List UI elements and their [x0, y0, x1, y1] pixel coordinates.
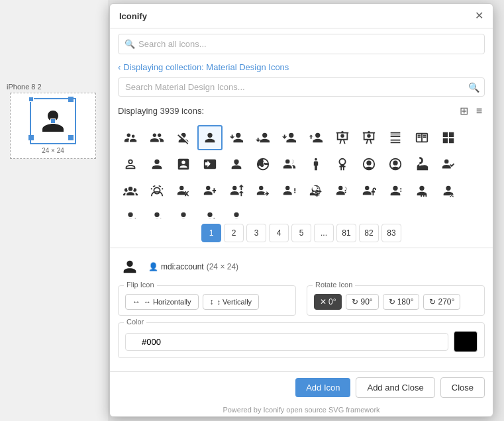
icon-person-indicator: 👤 [148, 262, 158, 271]
flip-v-icon: ↕ [210, 297, 214, 306]
list-item[interactable] [171, 205, 196, 218]
color-swatch[interactable] [454, 331, 478, 352]
flip-label: Flip Icon [124, 281, 157, 289]
list-item[interactable] [383, 178, 408, 203]
list-item[interactable] [250, 125, 276, 150]
list-item[interactable] [144, 178, 170, 203]
icon-size-text: (24 × 24) [207, 262, 238, 271]
flip-vertical-button[interactable]: ↕ ↕ Vertically [203, 294, 260, 310]
rotate-270-button[interactable]: ↻ 270° [423, 294, 460, 310]
list-item[interactable] [197, 152, 223, 177]
list-item[interactable] [330, 178, 355, 203]
list-item[interactable] [224, 152, 249, 177]
list-item[interactable] [144, 205, 170, 218]
list-item[interactable] [224, 205, 249, 218]
flip-horizontal-button[interactable]: ↔ ↔ Horizontally [125, 294, 199, 310]
color-input-row: 💧 [125, 331, 478, 352]
phone-size-label: 24 × 24 [42, 147, 64, 154]
page-2-button[interactable]: 2 [224, 224, 244, 242]
list-item[interactable] [436, 152, 461, 177]
list-item[interactable] [197, 125, 223, 150]
phone-frame: 24 × 24 [10, 93, 96, 159]
page-83-button[interactable]: 83 [381, 224, 401, 242]
list-item[interactable] [356, 152, 381, 177]
color-text-input[interactable] [125, 333, 448, 351]
page-1-button[interactable]: 1 [201, 224, 221, 242]
list-item[interactable] [250, 178, 276, 203]
list-item[interactable] [171, 125, 196, 150]
selected-icon-frame [30, 98, 76, 144]
page-4-button[interactable]: 4 [269, 224, 289, 242]
icons-row [118, 125, 485, 218]
close-icon[interactable]: ✕ [475, 11, 483, 21]
grid-view-button[interactable]: ⊞ [457, 103, 471, 118]
page-81-button[interactable]: 81 [336, 224, 356, 242]
selected-icon-preview [118, 255, 142, 279]
selected-icon-panel: 👤 mdi:account (24 × 24) Flip Icon ↔ ↔ Ho… [110, 248, 493, 371]
list-item[interactable] [330, 125, 355, 150]
list-item[interactable] [171, 178, 196, 203]
iconify-modal: Iconify ✕ 🔍 ‹ Displaying collection: Mat… [109, 3, 493, 417]
selected-icon-name: 👤 mdi:account (24 × 24) [148, 262, 238, 271]
rotate-0-icon: ✕ [320, 297, 327, 306]
list-item[interactable] [144, 125, 170, 150]
page-82-button[interactable]: 82 [359, 224, 379, 242]
list-item[interactable] [197, 205, 223, 218]
collection-nav: ‹ Displaying collection: Material Design… [110, 60, 493, 77]
list-view-button[interactable]: ≡ [474, 103, 485, 118]
rotate-buttons: ✕ 0° ↻ 90° ↻ 180° ↻ 270° [314, 294, 478, 310]
add-and-close-button[interactable]: Add and Close [356, 377, 434, 398]
list-item[interactable] [330, 152, 355, 177]
view-toggles: ⊞ ≡ [457, 103, 485, 118]
list-item[interactable] [356, 125, 381, 150]
list-item[interactable] [197, 178, 223, 203]
global-search-area: 🔍 [110, 28, 493, 60]
list-item[interactable] [436, 125, 461, 150]
list-item[interactable] [383, 152, 408, 177]
list-item[interactable] [383, 125, 408, 150]
close-dialog-button[interactable]: Close [440, 377, 485, 398]
list-item[interactable] [144, 152, 170, 177]
list-item[interactable] [277, 152, 302, 177]
rotate-90-label: 90° [360, 297, 372, 306]
list-item[interactable] [250, 152, 276, 177]
list-item[interactable] [224, 125, 249, 150]
list-item[interactable] [118, 178, 143, 203]
list-item[interactable] [277, 125, 302, 150]
icon-name-text: mdi:account [161, 262, 204, 271]
rotate-180-button[interactable]: ↻ 180° [383, 294, 420, 310]
collection-search-button[interactable]: 🔍 [468, 82, 479, 93]
list-item[interactable] [171, 152, 196, 177]
flip-h-icon: ↔ [132, 297, 140, 306]
color-label: Color [124, 318, 146, 326]
rotate-270-label: 270° [438, 297, 454, 306]
rotate-90-button[interactable]: ↻ 90° [346, 294, 378, 310]
list-item[interactable] [409, 178, 434, 203]
collection-search-input[interactable] [118, 77, 485, 97]
list-item[interactable] [436, 178, 461, 203]
list-item[interactable] [118, 152, 143, 177]
global-search-icon: 🔍 [125, 39, 135, 49]
list-item[interactable] [303, 178, 328, 203]
modal-title: Iconify [119, 11, 147, 21]
page-5-button[interactable]: 5 [291, 224, 311, 242]
global-search-input[interactable] [118, 34, 485, 54]
collection-search-area: 🔍 [110, 77, 493, 102]
list-item[interactable] [118, 125, 143, 150]
list-item[interactable] [356, 178, 381, 203]
page-ellipsis-button[interactable]: ... [314, 224, 334, 242]
back-button[interactable]: ‹ Displaying collection: Material Design… [118, 62, 289, 72]
list-item[interactable] [409, 152, 434, 177]
list-item[interactable] [277, 178, 302, 203]
list-item[interactable] [409, 125, 434, 150]
collection-search-wrap: 🔍 [118, 77, 485, 97]
rotate-0-button[interactable]: ✕ 0° [314, 294, 342, 310]
add-icon-button[interactable]: Add Icon [295, 378, 350, 397]
page-3-button[interactable]: 3 [246, 224, 266, 242]
list-item[interactable] [118, 205, 143, 218]
color-group: Color 💧 [118, 322, 485, 358]
modal-header: Iconify ✕ [110, 4, 493, 28]
list-item[interactable] [303, 125, 328, 150]
list-item[interactable] [303, 152, 328, 177]
list-item[interactable] [224, 178, 249, 203]
